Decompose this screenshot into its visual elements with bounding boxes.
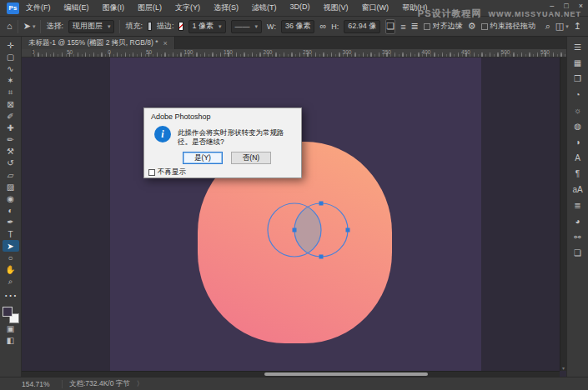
panel-dock: ☰▦❐◔☼◍◑A¶aA≣◕⚯❏	[566, 37, 588, 377]
ruler-tick-label: 100	[184, 49, 193, 55]
stroke-color-swatch[interactable]	[178, 22, 183, 31]
character-styles-panel[interactable]: ≣	[570, 198, 586, 212]
color-wheel-panel[interactable]: ◕	[570, 214, 586, 228]
brush-tool[interactable]: ✏	[3, 134, 19, 146]
clone-stamp-tool[interactable]: ⚒	[3, 146, 19, 158]
screen-mode-button[interactable]: ◧	[3, 335, 19, 347]
info-icon: i	[154, 126, 171, 142]
history-brush-tool[interactable]: ↺	[3, 158, 19, 169]
checkbox-icon	[148, 169, 155, 176]
search-icon[interactable]: ⌕	[545, 22, 550, 31]
current-tool-preset[interactable]: ➤ ▾	[23, 22, 36, 31]
ellipse-shape-tool[interactable]: ○	[3, 252, 19, 263]
foreground-color-swatch[interactable]	[3, 307, 13, 317]
no-button[interactable]: 否(N)	[231, 152, 271, 164]
healing-brush-tool[interactable]: ✚	[3, 122, 19, 133]
path-selection-tool[interactable]: ➤	[3, 240, 19, 252]
menu-item[interactable]: 窗口(W)	[362, 2, 389, 13]
stroke-style-dropdown[interactable]: —— ▾	[231, 20, 263, 33]
path-arrangement-button[interactable]: ≣	[411, 19, 419, 34]
menu-item[interactable]: 文字(Y)	[175, 2, 200, 13]
live-shape-ellipse-paths[interactable]	[263, 200, 353, 262]
canvas[interactable]: Adobe Photoshop i 此操作会将实时形状转变为常规路径。是否继续?…	[22, 58, 566, 377]
patterns-panel[interactable]: ◑	[570, 135, 586, 149]
adjustments-panel[interactable]: ❐	[570, 72, 586, 86]
select-mode-dropdown[interactable]: 现用图层 ▾	[68, 20, 115, 33]
pen-tool[interactable]: ✒	[3, 217, 19, 228]
layers-panel[interactable]: ❏	[570, 246, 586, 260]
dont-show-again-checkbox[interactable]: 不再显示	[148, 168, 186, 178]
properties-panel[interactable]: ☰	[570, 40, 586, 54]
edit-toolbar-ellipsis[interactable]: ⋯	[4, 288, 18, 303]
status-bar: 154.71% 文档:732.4K/0 字节 〉	[0, 377, 588, 390]
eraser-tool[interactable]: ▱	[3, 169, 19, 181]
gear-icon[interactable]: ⚙	[468, 22, 476, 31]
constrain-path-dragging-checkbox[interactable]: 约束路径拖动	[481, 21, 535, 32]
zoom-level-field[interactable]: 154.71%	[22, 380, 55, 388]
chevron-down-icon: ▾	[33, 23, 36, 30]
magic-wand-tool[interactable]: ✶	[3, 75, 19, 87]
status-menu-arrow-icon[interactable]: 〉	[137, 379, 143, 388]
menu-item[interactable]: 滤镜(T)	[252, 2, 277, 13]
ruler-tick-label: 250	[303, 49, 312, 55]
path-select-tool-icon: ➤	[23, 22, 31, 31]
path-alignment-button[interactable]: ≡	[400, 19, 405, 34]
learn-panel[interactable]: ☼	[570, 103, 586, 118]
menu-item[interactable]: 编辑(E)	[64, 2, 89, 13]
horizontal-scrollbar[interactable]	[22, 371, 560, 377]
paths-panel[interactable]: ⚯	[570, 230, 586, 244]
link-dimensions-icon[interactable]: ∞	[319, 22, 326, 31]
scroll-down-icon[interactable]: ▾	[562, 365, 565, 371]
paragraph-panel[interactable]: ¶	[570, 167, 586, 181]
align-edges-checkbox[interactable]: 对齐边缘	[424, 21, 463, 32]
dodge-tool[interactable]: ◐	[3, 205, 19, 217]
share-icon[interactable]: ↥	[574, 22, 581, 31]
menu-item[interactable]: 图层(L)	[138, 2, 162, 13]
menu-item[interactable]: 文件(F)	[26, 2, 51, 13]
fill-color-swatch[interactable]	[148, 22, 152, 31]
blur-tool[interactable]: ◉	[3, 192, 19, 204]
home-icon[interactable]: ⌂	[7, 22, 13, 31]
hand-tool[interactable]: ✋	[3, 264, 19, 276]
crop-tool[interactable]: ⌗	[3, 87, 19, 98]
lasso-tool[interactable]: ∿	[3, 62, 19, 74]
type-tool[interactable]: T	[3, 228, 19, 240]
swatches-panel[interactable]: ◔	[570, 88, 586, 102]
width-input[interactable]: 36 像素	[281, 20, 315, 33]
horizontal-ruler: 10050050100150200250300350400450500550	[22, 49, 566, 58]
horizontal-scrollbar-thumb[interactable]	[264, 372, 428, 376]
menu-item[interactable]: 视图(V)	[324, 2, 349, 13]
eyedropper-tool[interactable]: ✐	[3, 110, 19, 122]
height-label: H:	[331, 22, 339, 31]
yes-button[interactable]: 是(Y)	[183, 152, 223, 164]
height-input[interactable]: 62.94 像	[344, 20, 380, 33]
glyphs-panel[interactable]: aA	[570, 182, 586, 197]
tab-close-icon[interactable]: ×	[163, 39, 168, 48]
stroke-width-dropdown[interactable]: 1 像素 ▾	[188, 20, 226, 33]
menu-item[interactable]: 3D(D)	[290, 2, 310, 13]
menu-items: 文件(F)编辑(E)图像(I)图层(L)文字(Y)选择(S)滤镜(T)3D(D)…	[26, 2, 428, 13]
checkbox-icon	[481, 23, 488, 30]
document-tab[interactable]: 未标题-1 @ 155% (椭圆 2 拷贝, RGB/8) * ×	[22, 37, 175, 49]
ruler-tick-label: 50	[67, 49, 73, 55]
libraries-panel[interactable]: ▦	[570, 56, 586, 70]
color-swatches[interactable]	[3, 307, 19, 323]
menu-item[interactable]: 选择(S)	[214, 2, 239, 13]
gradients-panel[interactable]: ◍	[570, 119, 586, 133]
menu-item[interactable]: 图像(I)	[103, 2, 125, 13]
chevron-down-icon: ▾	[565, 23, 569, 30]
vertical-scrollbar[interactable]: ▾	[560, 58, 566, 371]
anchor-bottom	[319, 255, 324, 259]
move-tool[interactable]: ✛	[3, 39, 19, 51]
ruler-tick-label: 0	[108, 49, 111, 55]
watermark: PS设计教程网 WWW.MISSYUAN.NET	[418, 8, 581, 20]
ruler-tick-label: 550	[540, 49, 550, 55]
gradient-tool[interactable]: ▨	[3, 181, 19, 192]
frame-tool[interactable]: ⊠	[3, 98, 19, 110]
workspace-switcher[interactable]: ◫ ▾	[555, 22, 569, 31]
zoom-tool[interactable]: ⌕	[3, 276, 19, 288]
path-operations-button[interactable]: ❏	[385, 19, 395, 34]
character-panel[interactable]: A	[570, 151, 586, 165]
marquee-tool[interactable]: ▢	[3, 51, 19, 62]
quick-mask-button[interactable]: ▣	[3, 323, 19, 335]
